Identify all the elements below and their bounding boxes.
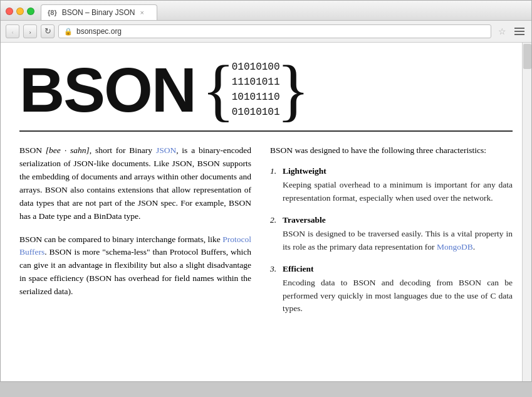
binary-line-3: 10101110 bbox=[232, 90, 280, 105]
forward-button[interactable]: › bbox=[23, 24, 37, 38]
back-button[interactable]: ‹ bbox=[6, 24, 19, 38]
site-logo: BSON bbox=[19, 58, 196, 121]
traversable-desc-after: . bbox=[473, 242, 475, 251]
para1-before: BSON bbox=[19, 146, 46, 155]
browser-tab[interactable]: {8} BSON – Binary JSON × bbox=[41, 4, 157, 20]
scrollbar-thumb[interactable] bbox=[523, 44, 531, 69]
char-desc-3: Encoding data to BSON and decoding from … bbox=[270, 277, 513, 316]
characteristics-intro: BSON was designed to have the following … bbox=[270, 144, 513, 157]
forward-icon: › bbox=[29, 28, 31, 35]
star-icon: ☆ bbox=[498, 26, 506, 37]
brace-left: { bbox=[202, 55, 235, 124]
tab-icon: {8} bbox=[48, 9, 57, 16]
refresh-icon: ↻ bbox=[44, 26, 51, 36]
para1-pronunciation: [bee · sahn] bbox=[46, 146, 90, 155]
right-column: BSON was designed to have the following … bbox=[270, 144, 513, 326]
scrollbar[interactable] bbox=[522, 43, 531, 381]
maximize-button[interactable] bbox=[27, 8, 34, 15]
char-desc-1: Keeping spatial overhead to a minimum is… bbox=[270, 179, 513, 205]
char-header-3: 3. Efficient bbox=[270, 264, 513, 274]
char-num-3: 3. bbox=[270, 264, 280, 274]
site-header: BSON { 01010100 11101011 10101110 010101… bbox=[19, 55, 513, 132]
char-title-1: Lightweight bbox=[283, 166, 326, 176]
char-title-2: Traversable bbox=[283, 215, 326, 225]
minimize-button[interactable] bbox=[16, 8, 24, 15]
traversable-desc-before: BSON is designed to be traversed easily.… bbox=[283, 229, 513, 251]
json-link[interactable]: JSON bbox=[156, 146, 176, 155]
browser-body: BSON { 01010100 11101011 10101110 010101… bbox=[1, 43, 531, 381]
list-item: 3. Efficient Encoding data to BSON and d… bbox=[270, 264, 513, 316]
char-num-1: 1. bbox=[270, 166, 280, 176]
para2-before: BSON can be compared to binary interchan… bbox=[19, 235, 222, 244]
window-controls bbox=[6, 8, 34, 20]
list-item: 1. Lightweight Keeping spatial overhead … bbox=[270, 166, 513, 205]
para2-rest: . BSON is more "schema-less" than Protoc… bbox=[19, 247, 251, 296]
brace-binary-block: { 01010100 11101011 10101110 01010101 } bbox=[202, 55, 310, 124]
char-num-2: 2. bbox=[270, 215, 280, 225]
brace-right: } bbox=[277, 55, 310, 124]
menu-button[interactable] bbox=[513, 24, 526, 38]
paragraph-2: BSON can be compared to binary interchan… bbox=[19, 233, 251, 299]
lock-icon: 🔒 bbox=[64, 28, 73, 36]
content-columns: BSON [bee · sahn], short for Binary JSON… bbox=[19, 144, 513, 326]
left-column: BSON [bee · sahn], short for Binary JSON… bbox=[19, 144, 251, 326]
char-desc-2: BSON is designed to be traversed easily.… bbox=[270, 228, 513, 254]
binary-line-1: 01010100 bbox=[232, 60, 280, 75]
para1-rest: , is a binary-encoded serialization of J… bbox=[19, 146, 251, 221]
characteristics-list: 1. Lightweight Keeping spatial overhead … bbox=[270, 166, 513, 315]
char-header-1: 1. Lightweight bbox=[270, 166, 513, 176]
address-text: bsonspec.org bbox=[76, 27, 122, 36]
nav-bar: ‹ › ↻ 🔒 bsonspec.org ☆ bbox=[1, 21, 531, 43]
hamburger-icon bbox=[514, 28, 524, 35]
tab-title: BSON – Binary JSON bbox=[62, 8, 135, 17]
address-bar[interactable]: 🔒 bsonspec.org bbox=[58, 24, 491, 38]
back-icon: ‹ bbox=[11, 28, 14, 35]
browser-window: {8} BSON – Binary JSON × ‹ › ↻ 🔒 bsonspe… bbox=[0, 0, 532, 382]
close-button[interactable] bbox=[6, 8, 13, 15]
paragraph-1: BSON [bee · sahn], short for Binary JSON… bbox=[19, 144, 251, 223]
refresh-button[interactable]: ↻ bbox=[41, 24, 55, 38]
bookmark-button[interactable]: ☆ bbox=[495, 24, 509, 38]
list-item: 2. Traversable BSON is designed to be tr… bbox=[270, 215, 513, 254]
binary-line-2: 11101011 bbox=[232, 75, 280, 90]
tab-close-button[interactable]: × bbox=[140, 9, 143, 16]
para1-after: , short for Binary bbox=[90, 146, 156, 155]
binary-block: 01010100 11101011 10101110 01010101 bbox=[232, 60, 280, 120]
page-content: BSON { 01010100 11101011 10101110 010101… bbox=[1, 43, 531, 381]
char-header-2: 2. Traversable bbox=[270, 215, 513, 225]
mongodb-link[interactable]: MongoDB bbox=[437, 242, 473, 251]
title-bar: {8} BSON – Binary JSON × bbox=[1, 1, 531, 21]
char-title-3: Efficient bbox=[283, 264, 314, 274]
binary-line-4: 01010101 bbox=[232, 105, 280, 120]
